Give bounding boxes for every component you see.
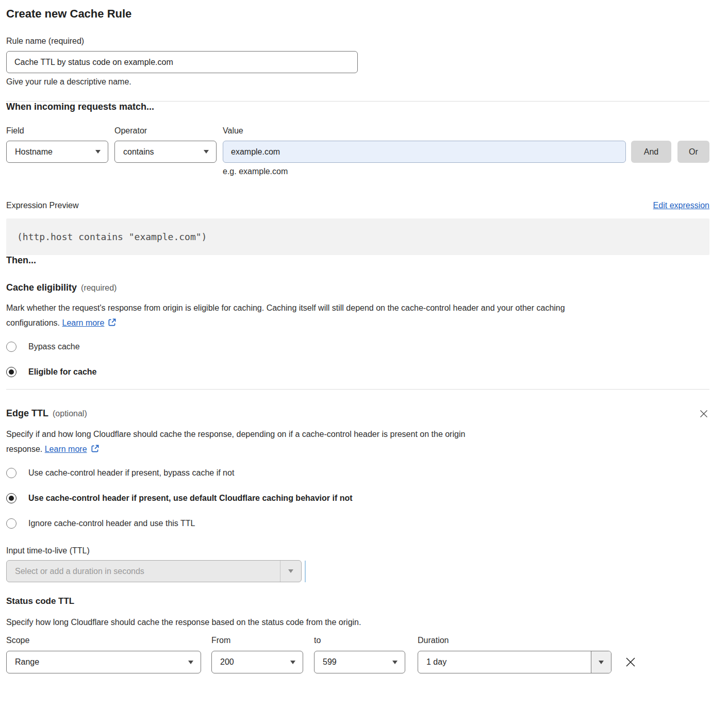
field-select-value: Hostname (15, 147, 53, 157)
to-label: to (314, 635, 405, 645)
duration-label: Duration (418, 635, 611, 645)
to-column: to 599 (314, 635, 405, 673)
chevron-down-icon (599, 661, 604, 664)
rule-name-input[interactable] (6, 51, 358, 73)
from-label: From (211, 635, 303, 645)
radio-icon (6, 342, 16, 352)
operator-label: Operator (114, 126, 217, 136)
scope-label: Scope (6, 635, 201, 645)
text-cursor (305, 561, 306, 582)
radio-use-header-default[interactable]: Use cache-control header if present, use… (6, 493, 709, 503)
radio-label: Use cache-control header if present, byp… (28, 468, 234, 478)
ttl-duration-select[interactable]: Select or add a duration in seconds (6, 560, 302, 582)
field-select[interactable]: Hostname (6, 141, 108, 163)
dropdown-arrow-button[interactable] (280, 561, 301, 582)
to-select[interactable]: 599 (314, 651, 405, 673)
value-input[interactable] (223, 141, 626, 163)
radio-label: Ignore cache-control header and use this… (28, 519, 195, 528)
status-code-ttl-description: Specify how long Cloudflare should cache… (6, 617, 709, 627)
radio-label: Use cache-control header if present, use… (28, 494, 353, 503)
learn-more-link[interactable]: Learn more (62, 318, 105, 327)
description-line: configurations. (6, 318, 60, 327)
rule-name-label: Rule name (required) (6, 36, 709, 46)
expression-code: (http.host contains "example.com") (17, 231, 207, 242)
field-label: Field (6, 126, 108, 136)
external-link-icon (91, 444, 100, 453)
operator-select-value: contains (123, 147, 154, 157)
field-column: Field Hostname (6, 126, 108, 163)
from-column: From 200 (211, 635, 303, 673)
operator-column: Operator contains (114, 126, 217, 163)
rule-name-help: Give your rule a descriptive name. (6, 77, 709, 87)
radio-bypass-cache[interactable]: Bypass cache (6, 342, 709, 352)
radio-icon (6, 367, 16, 377)
or-button[interactable]: Or (677, 141, 709, 163)
dropdown-arrow-button[interactable] (591, 651, 611, 673)
radio-label: Eligible for cache (28, 367, 96, 377)
chevron-down-icon (290, 661, 295, 664)
close-icon[interactable] (698, 408, 709, 419)
edge-ttl-title: Edge TTL (6, 408, 48, 418)
learn-more-link[interactable]: Learn more (45, 445, 87, 453)
scope-select-value: Range (15, 657, 39, 667)
status-code-ttl-section: Status code TTL Specify how long Cloudfl… (6, 596, 709, 673)
status-code-ttl-title: Status code TTL (6, 596, 709, 606)
remove-row-icon[interactable] (624, 655, 637, 669)
edge-ttl-header: Edge TTL(optional) (6, 408, 709, 419)
from-select[interactable]: 200 (211, 651, 303, 673)
scope-column: Scope Range (6, 635, 201, 673)
scope-select[interactable]: Range (6, 651, 201, 673)
cache-eligibility-qualifier: (required) (81, 283, 117, 292)
expression-preview-header: Expression Preview Edit expression (6, 200, 709, 210)
expression-preview-label: Expression Preview (6, 200, 79, 210)
radio-use-header-bypass[interactable]: Use cache-control header if present, byp… (6, 468, 709, 478)
chevron-down-icon (288, 569, 293, 573)
cache-eligibility-title: Cache eligibility (6, 282, 77, 293)
expression-code-block: (http.host contains "example.com") (6, 218, 709, 255)
match-row: Field Hostname Operator contains Value e… (6, 126, 709, 176)
cache-eligibility-description: Mark whether the request's response from… (6, 300, 709, 330)
edge-ttl-section: Edge TTL(optional) Specify if and how lo… (6, 408, 709, 582)
duration-select[interactable]: 1 day (418, 651, 611, 673)
radio-icon (6, 468, 16, 478)
operator-select[interactable]: contains (114, 141, 217, 163)
chevron-down-icon (392, 661, 398, 664)
divider (6, 389, 709, 390)
description-line: Mark whether the request's response from… (6, 300, 709, 315)
radio-ignore-header[interactable]: Ignore cache-control header and use this… (6, 518, 709, 529)
create-cache-rule-form: Create new Cache Rule Rule name (require… (0, 0, 728, 673)
edge-ttl-qualifier: (optional) (53, 409, 87, 418)
ttl-input-wrap: Select or add a duration in seconds (6, 560, 709, 582)
duration-column: Duration 1 day (418, 635, 611, 673)
chevron-down-icon (95, 150, 101, 154)
external-link-icon (108, 318, 117, 327)
radio-eligible-for-cache[interactable]: Eligible for cache (6, 367, 709, 377)
cache-eligibility-header: Cache eligibility(required) (6, 282, 709, 293)
description-line: Specify if and how long Cloudflare shoul… (6, 427, 709, 442)
value-label: Value (223, 126, 626, 136)
match-heading: When incoming requests match... (6, 102, 709, 112)
duration-select-value: 1 day (418, 651, 591, 673)
then-heading: Then... (6, 255, 709, 266)
and-button[interactable]: And (631, 141, 671, 163)
radio-icon (6, 493, 16, 503)
chevron-down-icon (204, 150, 209, 154)
value-column: Value e.g. example.com (223, 126, 626, 176)
chevron-down-icon (188, 661, 193, 664)
ttl-input-label: Input time-to-live (TTL) (6, 546, 709, 555)
radio-label: Bypass cache (28, 342, 80, 351)
status-code-ttl-row: Scope Range From 200 to 599 (6, 635, 709, 673)
edit-expression-link[interactable]: Edit expression (653, 201, 709, 210)
rule-name-group: Rule name (required) Give your rule a de… (6, 36, 709, 87)
ttl-duration-placeholder: Select or add a duration in seconds (7, 567, 280, 576)
radio-icon (6, 518, 16, 529)
page-title: Create new Cache Rule (6, 7, 709, 21)
cache-eligibility-section: Cache eligibility(required) Mark whether… (6, 282, 709, 377)
to-select-value: 599 (323, 657, 337, 667)
edge-ttl-description: Specify if and how long Cloudflare shoul… (6, 427, 709, 457)
from-select-value: 200 (220, 657, 234, 667)
value-help: e.g. example.com (223, 167, 626, 176)
description-line: response. (6, 445, 42, 453)
